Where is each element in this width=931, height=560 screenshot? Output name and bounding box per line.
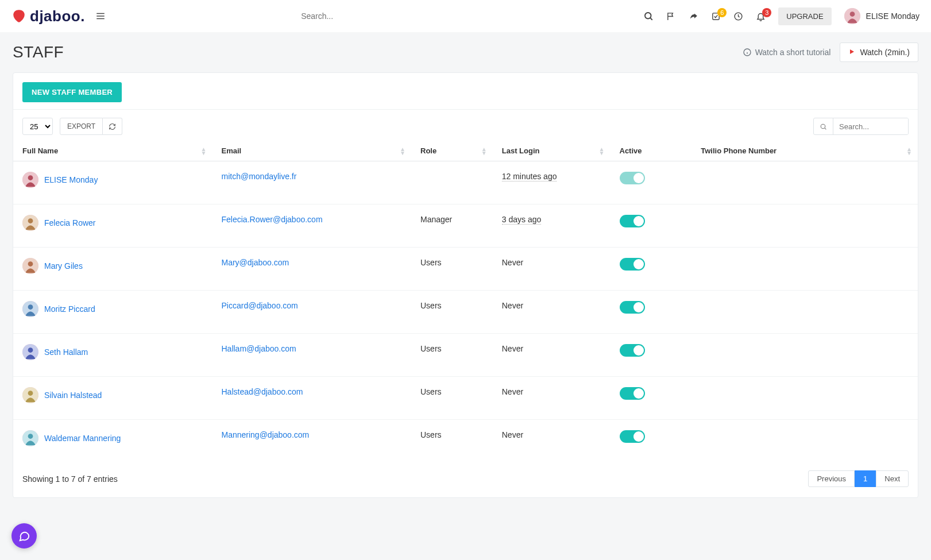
col-active[interactable]: Active — [611, 141, 692, 161]
staff-email-link[interactable]: Felecia.Rower@djaboo.com — [222, 215, 323, 224]
flag-icon[interactable] — [666, 11, 676, 21]
table-row: Seth HallamHallam@djaboo.comUsersNever — [13, 334, 918, 377]
sort-icon: ▲▼ — [599, 147, 605, 155]
avatar — [22, 301, 38, 317]
col-email[interactable]: Email▲▼ — [213, 141, 412, 161]
guitar-pick-icon — [11, 9, 26, 24]
user-menu[interactable]: ELISE Monday — [844, 8, 920, 24]
avatar — [22, 387, 38, 403]
staff-name-link[interactable]: Moritz Piccard — [44, 304, 95, 314]
clock-icon[interactable] — [733, 11, 743, 21]
svg-point-23 — [28, 347, 33, 353]
export-button[interactable]: EXPORT — [60, 118, 103, 135]
sort-icon: ▲▼ — [201, 147, 207, 155]
watch-video-button[interactable]: Watch (2min.) — [840, 43, 918, 62]
menu-toggle-icon[interactable] — [95, 11, 106, 21]
table-row: Moritz PiccardPiccard@djaboo.comUsersNev… — [13, 291, 918, 334]
staff-twilio — [692, 334, 918, 377]
active-toggle[interactable] — [620, 301, 645, 314]
share-icon[interactable] — [689, 11, 698, 21]
staff-email-link[interactable]: Mary@djaboo.com — [222, 258, 289, 267]
table-search-input[interactable] — [833, 118, 908, 134]
col-full-name[interactable]: Full Name▲▼ — [13, 141, 213, 161]
staff-name-link[interactable]: Mary Giles — [44, 261, 83, 271]
staff-name-link[interactable]: Silvain Halstead — [44, 391, 102, 400]
staff-name-link[interactable]: Seth Hallam — [44, 347, 88, 357]
sort-icon: ▲▼ — [906, 147, 912, 155]
svg-point-15 — [28, 175, 33, 180]
svg-point-3 — [645, 13, 651, 19]
active-toggle[interactable] — [620, 258, 645, 271]
active-toggle[interactable] — [620, 430, 645, 443]
table-toolbar: 25 EXPORT — [13, 110, 918, 135]
table-row: ELISE Mondaymitch@mondaylive.fr12 minute… — [13, 161, 918, 204]
staff-name-link[interactable]: ELISE Monday — [44, 175, 98, 184]
notif-badge: 3 — [762, 8, 771, 17]
active-toggle[interactable] — [620, 344, 645, 357]
pager-next-button[interactable]: Next — [876, 470, 909, 487]
bell-icon[interactable]: 3 — [756, 11, 766, 21]
staff-twilio — [692, 248, 918, 291]
col-last-login[interactable]: Last Login▲▼ — [493, 141, 611, 161]
avatar — [22, 172, 38, 188]
top-actions: 6 3 UPGRADE ELISE Monday — [643, 7, 920, 25]
staff-card: NEW STAFF MEMBER 25 EXPORT — [13, 72, 918, 498]
staff-role: Users — [411, 420, 493, 463]
active-toggle[interactable] — [620, 215, 645, 227]
showing-text: Showing 1 to 7 of 7 entries — [22, 474, 118, 484]
table-row: Felecia RowerFelecia.Rower@djaboo.comMan… — [13, 204, 918, 248]
global-search-input[interactable] — [300, 11, 449, 21]
staff-twilio — [692, 204, 918, 248]
table-search-group — [813, 118, 909, 135]
watch-video-label: Watch (2min.) — [860, 48, 910, 57]
tasks-icon[interactable]: 6 — [711, 11, 721, 21]
refresh-button[interactable] — [103, 118, 122, 135]
search-icon[interactable] — [643, 11, 654, 21]
staff-name-link[interactable]: Waldemar Mannering — [44, 434, 121, 443]
svg-point-21 — [28, 304, 33, 310]
table-row: Mary GilesMary@djaboo.comUsersNever — [13, 248, 918, 291]
col-role[interactable]: Role▲▼ — [411, 141, 493, 161]
staff-name-link[interactable]: Felecia Rower — [44, 218, 95, 227]
avatar — [22, 430, 38, 446]
active-toggle[interactable] — [620, 387, 645, 400]
global-search-wrap — [116, 11, 633, 21]
table-search-icon[interactable] — [814, 118, 833, 134]
col-twilio[interactable]: Twilio Phone Number▲▼ — [692, 141, 918, 161]
table-row: Waldemar ManneringMannering@djaboo.comUs… — [13, 420, 918, 463]
staff-twilio — [692, 161, 918, 204]
staff-email-link[interactable]: mitch@mondaylive.fr — [222, 172, 297, 181]
active-toggle[interactable] — [620, 172, 645, 184]
staff-email-link[interactable]: Mannering@djaboo.com — [222, 430, 310, 439]
new-staff-button[interactable]: NEW STAFF MEMBER — [22, 82, 122, 102]
avatar — [22, 258, 38, 274]
svg-point-25 — [28, 391, 33, 396]
pager: Previous 1 Next — [808, 470, 909, 487]
staff-role: Users — [411, 334, 493, 377]
brand-logo[interactable]: djaboo. — [11, 7, 85, 25]
watch-tutorial-label: Watch a short tutorial — [755, 48, 831, 57]
staff-email-link[interactable]: Halstead@djaboo.com — [222, 387, 303, 396]
svg-point-19 — [28, 261, 33, 267]
staff-role: Manager — [411, 204, 493, 248]
avatar — [22, 215, 38, 231]
upgrade-button[interactable]: UPGRADE — [778, 7, 831, 25]
pager-prev-button[interactable]: Previous — [808, 470, 855, 487]
staff-last-login: Never — [502, 258, 523, 267]
staff-email-link[interactable]: Piccard@djaboo.com — [222, 301, 298, 310]
tasks-badge: 6 — [717, 8, 727, 17]
user-name-label: ELISE Monday — [866, 11, 920, 21]
avatar — [22, 344, 38, 360]
svg-point-8 — [849, 11, 855, 17]
watch-tutorial-link[interactable]: Watch a short tutorial — [743, 48, 831, 57]
staff-twilio — [692, 377, 918, 420]
sort-icon: ▲▼ — [481, 147, 487, 155]
staff-role — [411, 161, 493, 204]
page-size-select[interactable]: 25 — [22, 118, 53, 135]
pager-page-1-button[interactable]: 1 — [855, 470, 876, 487]
staff-twilio — [692, 291, 918, 334]
refresh-icon — [109, 123, 116, 130]
page-header: STAFF Watch a short tutorial Watch (2min… — [0, 32, 931, 67]
svg-point-12 — [821, 124, 825, 129]
staff-email-link[interactable]: Hallam@djaboo.com — [222, 344, 296, 353]
